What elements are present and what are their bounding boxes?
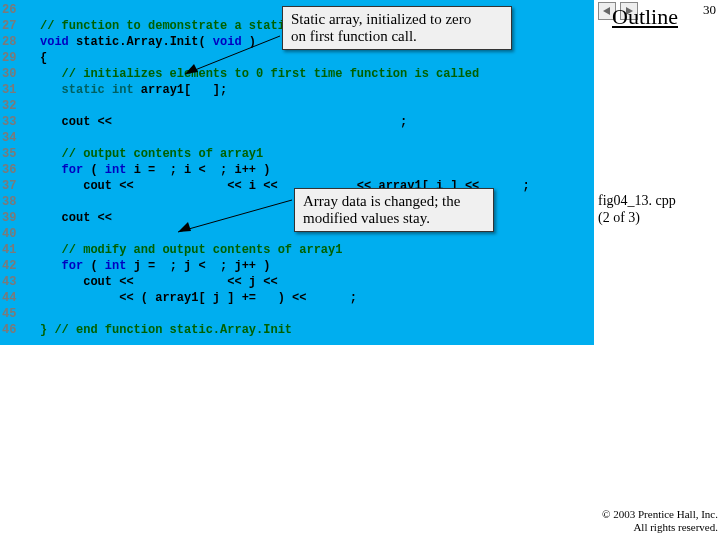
line-number: 29 (2, 50, 30, 66)
line-number: 34 (2, 130, 30, 146)
line-number: 37 (2, 178, 30, 194)
code: ( (83, 163, 105, 177)
line-number: 31 (2, 82, 30, 98)
copyright-line: All rights reserved. (602, 521, 718, 534)
line-number: 39 (2, 210, 30, 226)
callout-array-changed: Array data is changed; the modified valu… (294, 188, 494, 232)
svg-line-2 (178, 200, 292, 232)
callout-arrow-2 (170, 200, 300, 250)
code: ; (119, 115, 407, 129)
code: cout << (40, 211, 119, 225)
line-number: 40 (2, 226, 30, 242)
line-number: 41 (2, 242, 30, 258)
line-number: 45 (2, 306, 30, 322)
figure-caption: fig04_13. cpp (2 of 3) (598, 192, 676, 226)
triangle-left-icon (602, 6, 612, 16)
callout-text: modified values stay. (303, 210, 485, 227)
line-number: 36 (2, 162, 30, 178)
code: << ( array1[ j ] += ) << ; (40, 291, 357, 305)
code-comment: // output contents of array1 (40, 147, 263, 161)
svg-marker-4 (603, 7, 610, 15)
code: j = ; j < ; j++ ) (126, 259, 270, 273)
code-comment: } // end function static.Array.Init (40, 323, 292, 337)
keyword: int (105, 163, 127, 177)
callout-text: Array data is changed; the (303, 193, 485, 210)
line-number: 26 (2, 2, 30, 18)
line-number: 46 (2, 322, 30, 338)
code: ( (83, 259, 105, 273)
slide: 26 27 28 29 30 31 32 33 34 35 36 37 38 3… (0, 0, 720, 540)
code: cout << (40, 179, 141, 193)
keyword: int (105, 259, 127, 273)
figure-part: (2 of 3) (598, 209, 676, 226)
svg-line-0 (185, 36, 280, 74)
svg-marker-1 (185, 64, 198, 74)
callout-static-array: Static array, initialized to zero on fir… (282, 6, 512, 50)
code: << j << (141, 275, 285, 289)
line-number: 38 (2, 194, 30, 210)
keyword: void (40, 35, 69, 49)
copyright: © 2003 Prentice Hall, Inc. All rights re… (602, 508, 718, 534)
outline-title: Outline (612, 4, 678, 30)
line-number: 35 (2, 146, 30, 162)
keyword: static int (40, 83, 134, 97)
svg-marker-3 (178, 222, 191, 232)
line-number: 28 (2, 34, 30, 50)
figure-filename: fig04_13. cpp (598, 192, 676, 209)
code: cout << (40, 275, 141, 289)
line-number: 33 (2, 114, 30, 130)
code-area: 26 27 28 29 30 31 32 33 34 35 36 37 38 3… (0, 0, 594, 345)
keyword: for (40, 163, 83, 177)
code: cout << (40, 115, 119, 129)
code-comment: // function to demonstrate a static (40, 19, 292, 33)
code: { (40, 51, 47, 65)
callout-text: Static array, initialized to zero (291, 11, 503, 28)
line-number: 43 (2, 274, 30, 290)
line-number: 42 (2, 258, 30, 274)
code: i = ; i < ; i++ ) (126, 163, 270, 177)
line-number: 27 (2, 18, 30, 34)
keyword: for (40, 259, 83, 273)
right-column: Outline 30 fig04_13. cpp (2 of 3) © 2003… (596, 0, 720, 540)
slide-number: 30 (703, 2, 716, 18)
line-number: 44 (2, 290, 30, 306)
callout-text: on first function call. (291, 28, 503, 45)
line-number-gutter: 26 27 28 29 30 31 32 33 34 35 36 37 38 3… (2, 2, 30, 338)
callout-arrow-1 (180, 36, 290, 86)
line-number: 32 (2, 98, 30, 114)
copyright-line: © 2003 Prentice Hall, Inc. (602, 508, 718, 521)
line-number: 30 (2, 66, 30, 82)
